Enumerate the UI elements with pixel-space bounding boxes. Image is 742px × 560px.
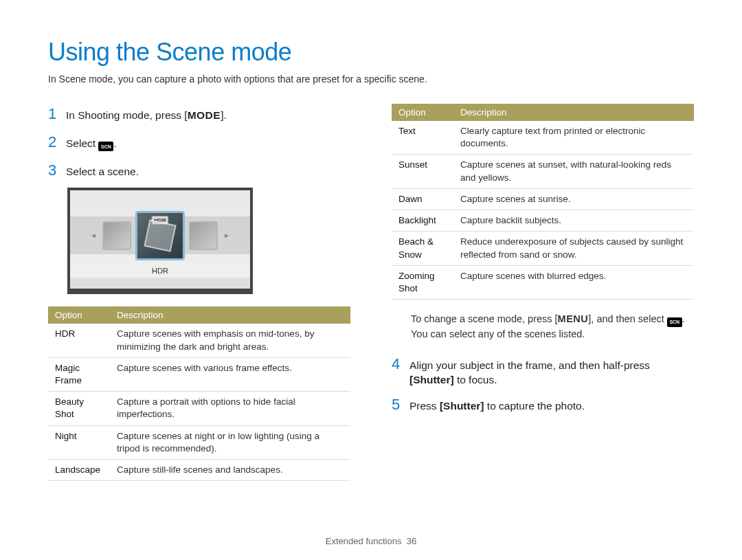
table-row: BacklightCapture backlit subjects.: [392, 210, 694, 232]
step-text: to capture the photo.: [484, 400, 585, 412]
table-row: Magic FrameCapture scenes with various f…: [48, 357, 350, 391]
option-cell: Dawn: [392, 188, 453, 210]
table-header-description: Description: [453, 104, 694, 121]
mode-button-label: [188, 108, 221, 123]
option-cell: Magic Frame: [48, 357, 110, 391]
description-cell: Capture scenes with blurred edges.: [453, 265, 694, 299]
camera-lcd-illustration: ◄ HDR ► HDR: [67, 188, 253, 294]
option-cell: Text: [392, 121, 453, 155]
footer-section: Extended functions: [326, 536, 402, 546]
left-arrow-icon: ◄: [89, 232, 98, 239]
description-cell: Capture a portrait with options to hide …: [110, 392, 350, 425]
step-3: 3 Select a scene.: [48, 160, 350, 181]
description-cell: Capture scenes at sunrise.: [453, 188, 694, 210]
change-scene-note: To change a scene mode, press [], and th…: [411, 312, 694, 341]
photo-shape-icon: [144, 219, 176, 251]
description-cell: Capture scenes at night or in low lighti…: [110, 425, 350, 459]
scene-thumbnail: [189, 221, 218, 250]
description-cell: Clearly capture text from printed or ele…: [453, 121, 694, 155]
option-cell: Backlight: [392, 210, 453, 232]
note-text: ], and then select: [588, 313, 666, 324]
table-header-option: Option: [392, 104, 453, 121]
step-text: In Shooting mode, press [: [66, 109, 188, 121]
step-5: 5 Press [Shutter] to capture the photo.: [392, 394, 694, 416]
table-row: Beauty ShotCapture a portrait with optio…: [48, 392, 350, 425]
scene-thumbnail: [102, 221, 131, 250]
table2-body: TextClearly capture text from printed or…: [392, 121, 694, 300]
step-2: 2 Select SCN.: [48, 132, 350, 153]
shutter-label: [Shutter]: [409, 374, 454, 385]
step-number: 5: [392, 394, 401, 416]
option-cell: HDR: [48, 324, 110, 357]
scene-thumbnail-selected: HDR: [135, 211, 185, 260]
intro-text: In Scene mode, you can capture a photo w…: [48, 74, 694, 85]
right-column: Option Description TextClearly capture t…: [392, 104, 694, 493]
scn-icon: SCN: [667, 317, 682, 327]
step-text: Select a scene.: [66, 164, 350, 179]
table1-body: HDRCapture scenes with emphasis on mid-t…: [48, 324, 350, 480]
step-text: Press: [409, 400, 440, 412]
step-number: 2: [48, 132, 58, 153]
shutter-label: [Shutter]: [440, 400, 484, 412]
table-row: SunsetCapture scenes at sunset, with nat…: [392, 155, 694, 188]
page-footer: Extended functions 36: [0, 536, 742, 546]
table-row: NightCapture scenes at night or in low l…: [48, 425, 350, 459]
description-cell: Capture scenes at sunset, with natural-l…: [453, 155, 694, 188]
description-cell: Capture backlit subjects.: [453, 210, 694, 232]
options-table-2: Option Description TextClearly capture t…: [392, 104, 694, 300]
note-text: To change a scene mode, press [: [411, 313, 558, 324]
step-text: to focus.: [454, 374, 497, 385]
step-text: Select: [66, 137, 98, 149]
columns: 1 In Shooting mode, press []. 2 Select S…: [48, 104, 694, 493]
scn-icon: SCN: [98, 142, 113, 151]
option-cell: Beach & Snow: [392, 232, 453, 265]
lcd-bottom-bar: [70, 278, 250, 289]
table-header-description: Description: [110, 306, 350, 324]
description-cell: Capture scenes with emphasis on mid-tone…: [110, 324, 350, 357]
step-4: 4 Align your subject in the frame, and t…: [392, 354, 694, 388]
left-column: 1 In Shooting mode, press []. 2 Select S…: [48, 104, 350, 493]
description-cell: Capture scenes with various frame effect…: [110, 357, 350, 391]
lcd-caption: HDR: [70, 267, 250, 275]
step-text: .: [113, 137, 116, 149]
table-row: DawnCapture scenes at sunrise.: [392, 188, 694, 210]
step-text: ].: [221, 109, 227, 121]
option-cell: Zooming Shot: [392, 265, 453, 299]
option-cell: Landscape: [48, 460, 110, 481]
table-row: LandscapeCapture still-life scenes and l…: [48, 460, 350, 481]
step-number: 1: [48, 104, 58, 125]
step-number: 3: [48, 160, 58, 181]
table-row: Beach & SnowReduce underexposure of subj…: [392, 232, 694, 265]
step-number: 4: [392, 354, 401, 375]
table-row: TextClearly capture text from printed or…: [392, 121, 694, 155]
right-arrow-icon: ►: [222, 232, 232, 239]
options-table-1: Option Description HDRCapture scenes wit…: [48, 306, 350, 481]
step-1: 1 In Shooting mode, press [].: [48, 104, 350, 125]
option-cell: Sunset: [392, 155, 453, 188]
option-cell: Beauty Shot: [48, 392, 110, 425]
menu-button-label: [558, 312, 589, 326]
description-cell: Reduce underexposure of subjects caused …: [453, 232, 694, 265]
option-cell: Night: [48, 425, 110, 459]
page-title: Using the Scene mode: [48, 38, 694, 67]
step-text: Align your subject in the frame, and the…: [409, 359, 650, 371]
footer-page-number: 36: [407, 536, 416, 546]
table-header-option: Option: [48, 306, 110, 324]
table-row: Zooming ShotCapture scenes with blurred …: [392, 265, 694, 299]
description-cell: Capture still-life scenes and landscapes…: [110, 460, 350, 481]
table-row: HDRCapture scenes with emphasis on mid-t…: [48, 324, 350, 357]
